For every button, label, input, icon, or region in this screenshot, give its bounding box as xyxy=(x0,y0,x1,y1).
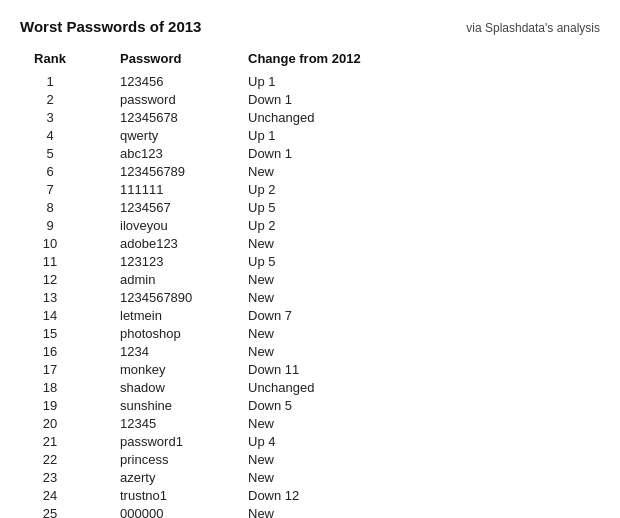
cell-rank: 7 xyxy=(20,180,80,198)
table-row: 14letmeinDown 7 xyxy=(20,306,600,324)
cell-rank: 4 xyxy=(20,126,80,144)
cell-change: Up 5 xyxy=(240,198,600,216)
cell-rank: 8 xyxy=(20,198,80,216)
cell-rank: 9 xyxy=(20,216,80,234)
cell-password: iloveyou xyxy=(80,216,240,234)
table-row: 4qwertyUp 1 xyxy=(20,126,600,144)
cell-rank: 23 xyxy=(20,468,80,486)
cell-rank: 11 xyxy=(20,252,80,270)
header: Worst Passwords of 2013 via Splashdata's… xyxy=(20,18,600,35)
cell-change: New xyxy=(240,234,600,252)
cell-change: Up 2 xyxy=(240,180,600,198)
table-row: 24trustno1Down 12 xyxy=(20,486,600,504)
cell-change: Down 1 xyxy=(240,90,600,108)
cell-rank: 6 xyxy=(20,162,80,180)
table-row: 18shadowUnchanged xyxy=(20,378,600,396)
table-row: 9iloveyouUp 2 xyxy=(20,216,600,234)
table-header-row: Rank Password Change from 2012 xyxy=(20,49,600,72)
cell-password: adobe123 xyxy=(80,234,240,252)
table-row: 10adobe123New xyxy=(20,234,600,252)
table-row: 12adminNew xyxy=(20,270,600,288)
table-row: 2passwordDown 1 xyxy=(20,90,600,108)
main-title: Worst Passwords of 2013 xyxy=(20,18,201,35)
cell-change: Unchanged xyxy=(240,378,600,396)
cell-change: Up 4 xyxy=(240,432,600,450)
cell-rank: 2 xyxy=(20,90,80,108)
cell-password: azerty xyxy=(80,468,240,486)
cell-password: 12345 xyxy=(80,414,240,432)
cell-password: shadow xyxy=(80,378,240,396)
table-row: 19sunshineDown 5 xyxy=(20,396,600,414)
cell-rank: 25 xyxy=(20,504,80,518)
cell-rank: 12 xyxy=(20,270,80,288)
table-row: 5abc123Down 1 xyxy=(20,144,600,162)
cell-rank: 3 xyxy=(20,108,80,126)
cell-change: Down 7 xyxy=(240,306,600,324)
cell-change: Up 2 xyxy=(240,216,600,234)
table-row: 15photoshopNew xyxy=(20,324,600,342)
cell-change: Up 5 xyxy=(240,252,600,270)
cell-rank: 16 xyxy=(20,342,80,360)
cell-change: Down 1 xyxy=(240,144,600,162)
cell-rank: 18 xyxy=(20,378,80,396)
cell-change: Down 11 xyxy=(240,360,600,378)
table-row: 1123456Up 1 xyxy=(20,72,600,90)
cell-change: Up 1 xyxy=(240,126,600,144)
cell-password: trustno1 xyxy=(80,486,240,504)
cell-password: 1234 xyxy=(80,342,240,360)
cell-change: New xyxy=(240,468,600,486)
cell-password: admin xyxy=(80,270,240,288)
cell-password: 123456789 xyxy=(80,162,240,180)
passwords-table: Rank Password Change from 2012 1123456Up… xyxy=(20,49,600,518)
cell-password: qwerty xyxy=(80,126,240,144)
cell-rank: 22 xyxy=(20,450,80,468)
cell-change: New xyxy=(240,288,600,306)
cell-password: 1234567 xyxy=(80,198,240,216)
cell-password: letmein xyxy=(80,306,240,324)
cell-change: Up 1 xyxy=(240,72,600,90)
table-row: 25000000New xyxy=(20,504,600,518)
cell-password: 123123 xyxy=(80,252,240,270)
cell-password: 000000 xyxy=(80,504,240,518)
cell-change: Down 12 xyxy=(240,486,600,504)
cell-rank: 10 xyxy=(20,234,80,252)
cell-password: 123456 xyxy=(80,72,240,90)
cell-rank: 19 xyxy=(20,396,80,414)
cell-change: Down 5 xyxy=(240,396,600,414)
cell-password: password1 xyxy=(80,432,240,450)
cell-change: New xyxy=(240,270,600,288)
table-row: 6123456789New xyxy=(20,162,600,180)
cell-password: photoshop xyxy=(80,324,240,342)
col-rank: Rank xyxy=(20,49,80,72)
cell-rank: 20 xyxy=(20,414,80,432)
table-row: 11123123Up 5 xyxy=(20,252,600,270)
table-row: 131234567890New xyxy=(20,288,600,306)
cell-change: New xyxy=(240,450,600,468)
cell-password: abc123 xyxy=(80,144,240,162)
cell-change: New xyxy=(240,162,600,180)
cell-password: 111111 xyxy=(80,180,240,198)
col-password: Password xyxy=(80,49,240,72)
cell-password: 1234567890 xyxy=(80,288,240,306)
cell-password: 12345678 xyxy=(80,108,240,126)
cell-rank: 24 xyxy=(20,486,80,504)
table-row: 21password1Up 4 xyxy=(20,432,600,450)
cell-rank: 17 xyxy=(20,360,80,378)
cell-change: New xyxy=(240,324,600,342)
cell-change: New xyxy=(240,342,600,360)
cell-rank: 5 xyxy=(20,144,80,162)
table-row: 22princessNew xyxy=(20,450,600,468)
cell-change: New xyxy=(240,504,600,518)
cell-password: princess xyxy=(80,450,240,468)
cell-password: sunshine xyxy=(80,396,240,414)
cell-password: monkey xyxy=(80,360,240,378)
table-row: 81234567Up 5 xyxy=(20,198,600,216)
table-row: 23azertyNew xyxy=(20,468,600,486)
table-row: 17monkeyDown 11 xyxy=(20,360,600,378)
cell-rank: 1 xyxy=(20,72,80,90)
table-row: 161234New xyxy=(20,342,600,360)
cell-rank: 15 xyxy=(20,324,80,342)
cell-change: Unchanged xyxy=(240,108,600,126)
cell-rank: 14 xyxy=(20,306,80,324)
cell-password: password xyxy=(80,90,240,108)
